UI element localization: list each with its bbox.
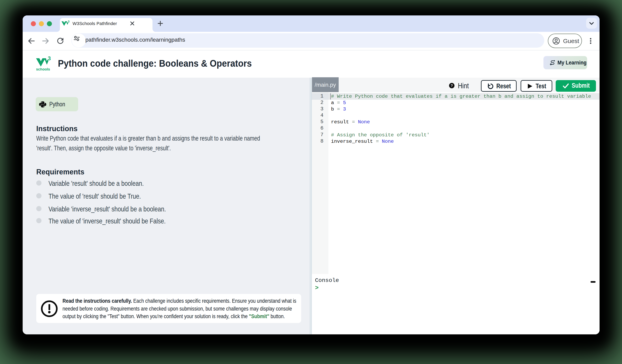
svg-text:?: ? [451, 84, 453, 88]
svg-text:schools: schools [36, 67, 50, 71]
svg-text:3: 3 [48, 55, 51, 61]
svg-text:3: 3 [68, 20, 70, 23]
